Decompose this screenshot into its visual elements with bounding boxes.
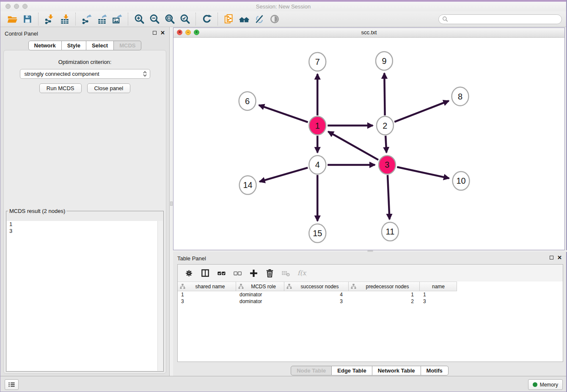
optimization-criterion-value: strongly connected component (25, 71, 142, 77)
zoom-in-button[interactable] (132, 13, 147, 25)
minimize-view-button[interactable]: − (185, 30, 191, 35)
column-header-successor-nodes[interactable]: successor nodes (284, 282, 349, 291)
run-mcds-button[interactable]: Run MCDS (39, 83, 82, 93)
cell-predecessor-nodes[interactable]: 1 (349, 291, 420, 298)
zoom-out-button[interactable] (147, 13, 162, 25)
table-row[interactable]: 3dominator323 (178, 298, 563, 305)
close-panel-icon[interactable]: ✕ (160, 30, 165, 35)
splitter-grip[interactable] (170, 202, 173, 206)
tab-style[interactable]: Style (62, 41, 86, 50)
node-8[interactable]: 8 (452, 87, 469, 106)
cell-mcds-role[interactable]: dominator (236, 298, 284, 305)
cell-mcds-role[interactable]: dominator (236, 291, 284, 298)
network-canvas[interactable]: 7968124314101511 (173, 37, 564, 250)
show-graphics-details-button[interactable] (267, 13, 282, 25)
export-table-button[interactable] (94, 13, 110, 25)
column-layout-button[interactable] (197, 267, 213, 279)
cell-name[interactable]: 1 (420, 291, 457, 298)
create-column-button[interactable] (245, 267, 261, 279)
save-session-button[interactable] (20, 13, 35, 25)
tab-edge-table[interactable]: Edge Table (332, 366, 372, 375)
float-table-panel-icon[interactable] (550, 256, 553, 259)
cell-name[interactable]: 3 (420, 298, 457, 305)
edge-3-1[interactable] (328, 132, 379, 160)
column-header-shared-name[interactable]: shared name (178, 282, 236, 291)
hierarchy-icon (351, 284, 356, 289)
maximize-view-button[interactable]: + (194, 30, 199, 35)
edge-4-14[interactable] (259, 168, 308, 182)
close-view-button[interactable]: ✕ (177, 30, 182, 35)
cell-shared-name[interactable]: 1 (178, 291, 236, 298)
import-network-button[interactable] (42, 13, 57, 25)
node-2[interactable]: 2 (377, 116, 394, 135)
open-session-button[interactable] (5, 13, 20, 25)
node-7[interactable]: 7 (309, 52, 326, 71)
edge-2-9[interactable] (384, 73, 385, 116)
node-4[interactable]: 4 (309, 155, 326, 174)
export-network-button[interactable] (79, 13, 94, 25)
node-9[interactable]: 9 (376, 52, 393, 70)
search-input[interactable] (450, 16, 558, 22)
node-14[interactable]: 14 (239, 176, 256, 194)
table-panel-title: Table Panel (173, 252, 566, 262)
deselect-all-button[interactable] (229, 267, 245, 279)
memory-button[interactable]: Memory (528, 379, 563, 390)
edge-1-6[interactable] (259, 105, 308, 122)
maximize-window-button[interactable] (22, 4, 28, 9)
settings-button[interactable] (181, 267, 197, 279)
minimize-window-button[interactable] (14, 4, 19, 9)
close-panel-button[interactable]: Close panel (87, 83, 131, 93)
zoom-fit-button[interactable] (162, 13, 177, 25)
panel-splitter[interactable] (170, 27, 173, 376)
node-15[interactable]: 15 (309, 224, 326, 243)
tab-node-table[interactable]: Node Table (291, 366, 332, 375)
tab-select[interactable]: Select (86, 41, 114, 50)
table-row[interactable]: 1dominator411 (178, 291, 563, 298)
close-table-panel-icon[interactable]: ✕ (557, 255, 562, 260)
cell-predecessor-nodes[interactable]: 2 (349, 298, 420, 305)
network-graph: 7968124314101511 (173, 37, 564, 250)
export-image-button[interactable] (110, 13, 125, 25)
mcds-result-text[interactable]: 13 (7, 221, 163, 371)
node-10[interactable]: 10 (453, 171, 470, 190)
refresh-view-button[interactable] (199, 13, 215, 25)
tab-mcds[interactable]: MCDS (114, 41, 141, 50)
edge-2-8[interactable] (394, 101, 449, 122)
edge-2-3[interactable] (385, 136, 386, 153)
edge-3-10[interactable] (397, 167, 449, 178)
column-header-mcds-role[interactable]: MCDS role (236, 282, 284, 291)
hide-graphics-details-button[interactable] (252, 13, 267, 25)
delete-column-button[interactable] (261, 267, 278, 279)
node-1[interactable]: 1 (309, 116, 326, 135)
log-console-button[interactable] (5, 379, 19, 390)
select-all-button[interactable] (213, 267, 229, 279)
float-panel-icon[interactable] (153, 31, 157, 35)
optimization-criterion-select[interactable]: strongly connected component (20, 69, 150, 79)
search-box[interactable] (438, 14, 562, 24)
svg-text:9: 9 (382, 56, 386, 66)
zoom-selected-button[interactable] (177, 13, 193, 25)
window-titlebar[interactable]: Session: New Session (0, 2, 566, 11)
network-file-manager-button[interactable] (221, 13, 237, 25)
column-header-predecessor-nodes[interactable]: predecessor nodes (349, 282, 420, 291)
node-11[interactable]: 11 (382, 222, 399, 241)
tab-network[interactable]: Network (28, 41, 62, 50)
search-icon (442, 16, 448, 22)
import-table-button[interactable] (57, 13, 72, 25)
cell-successor-nodes[interactable]: 4 (284, 291, 349, 298)
edge-3-11[interactable] (388, 175, 390, 219)
tab-network-table[interactable]: Network Table (372, 366, 421, 375)
result-scrollbar[interactable] (157, 221, 163, 371)
column-header-name[interactable]: name (420, 282, 457, 291)
cell-successor-nodes[interactable]: 3 (284, 298, 349, 305)
node-3[interactable]: 3 (379, 155, 396, 174)
home-view-button[interactable] (237, 13, 252, 25)
export-network-icon (81, 14, 92, 25)
close-window-button[interactable] (6, 4, 11, 9)
node-6[interactable]: 6 (239, 92, 256, 110)
table-tabs: Node TableEdge TableNetwork TableMotifs (173, 366, 566, 375)
network-window-titlebar[interactable]: ✕ − + scc.txt (173, 28, 564, 38)
cell-shared-name[interactable]: 3 (178, 298, 236, 305)
tab-motifs[interactable]: Motifs (421, 366, 449, 375)
table-column-headers: shared nameMCDS rolesuccessor nodesprede… (178, 282, 457, 291)
